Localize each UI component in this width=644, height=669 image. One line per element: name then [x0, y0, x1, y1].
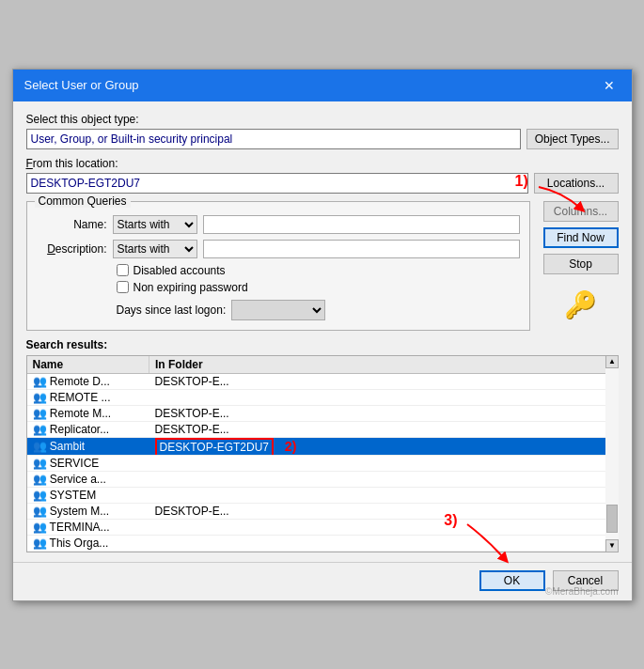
location-input[interactable]	[26, 173, 528, 194]
watermark: ©MeraBheja.com	[545, 586, 618, 597]
stop-button[interactable]: Stop	[543, 254, 619, 274]
cell-folder: DESKTOP-E...	[149, 373, 618, 389]
days-since-logon-row: Days since last logon:	[117, 300, 520, 320]
col-name[interactable]: Name	[27, 356, 149, 374]
disabled-accounts-checkbox[interactable]	[117, 264, 129, 276]
close-button[interactable]: ✕	[598, 77, 620, 94]
non-expiring-label: Non expiring password	[134, 281, 248, 294]
results-table: Name In Folder 👥 Remote D...DESKTOP-E...…	[27, 356, 618, 552]
cell-name: 👥 SERVICE	[27, 455, 149, 471]
table-row[interactable]: 👥 Remote M...DESKTOP-E...	[27, 405, 618, 421]
days-label: Days since last logon:	[117, 303, 227, 317]
table-row[interactable]: 👥 Remote D...DESKTOP-E...	[27, 373, 618, 389]
user-icon: 👥	[33, 423, 47, 436]
cell-name: 👥 Remote D...	[27, 373, 149, 389]
non-expiring-row: Non expiring password	[117, 281, 520, 294]
description-dropdown[interactable]: Starts with	[113, 240, 197, 258]
user-icon: 👥	[33, 391, 47, 404]
table-row[interactable]: 👥 Replicator...DESKTOP-E...	[27, 421, 618, 437]
name-dropdown[interactable]: Starts with	[113, 215, 197, 234]
table-row[interactable]: 👥 REMOTE ...	[27, 389, 618, 405]
cell-name: 👥 TERMINA...	[27, 519, 149, 535]
cell-name: 👥 This Orga...	[27, 535, 149, 551]
user-icon: 👥	[33, 537, 47, 550]
description-input[interactable]	[203, 240, 520, 258]
annotation-2: 2)	[281, 439, 296, 454]
user-icon: 👥	[33, 489, 47, 502]
object-types-button[interactable]: Object Types...	[526, 129, 619, 149]
description-row: Description: Starts with	[37, 240, 520, 258]
search-results-label: Search results:	[26, 338, 619, 351]
cell-name: 👥 SYSTEM	[27, 487, 149, 503]
cell-folder	[149, 455, 618, 471]
cell-folder: DESKTOP-EGT2DU7 2)	[149, 437, 618, 455]
cell-name: 👥 Sambit	[27, 437, 149, 455]
description-label: Description:	[37, 242, 107, 256]
common-queries-group: Common Queries Name: Starts with	[26, 201, 530, 331]
object-type-label: Select this object type:	[26, 113, 619, 126]
cell-folder: DESKTOP-E...	[149, 421, 618, 437]
user-icon: 👥	[33, 473, 47, 486]
results-container-wrap: Name In Folder 👥 Remote D...DESKTOP-E...…	[26, 355, 619, 552]
col-folder[interactable]: In Folder	[149, 356, 618, 374]
cell-name: 👥 REMOTE ...	[27, 389, 149, 405]
table-row[interactable]: 👥 TERMINA...	[27, 519, 618, 535]
name-row: Name: Starts with	[37, 215, 520, 234]
table-row[interactable]: 👥 SERVICE	[27, 455, 618, 471]
groupbox-content: Name: Starts with Description:	[37, 215, 520, 320]
keys-icon-area: 🔑	[543, 289, 619, 320]
scroll-thumb[interactable]	[606, 505, 618, 533]
non-expiring-checkbox[interactable]	[117, 281, 129, 293]
table-row[interactable]: 👥 SambitDESKTOP-EGT2DU7 2)	[27, 437, 618, 455]
find-now-button[interactable]: Find Now	[543, 227, 619, 248]
table-row[interactable]: 👥 This Orga...	[27, 535, 618, 551]
location-row: Locations...	[26, 173, 619, 194]
scroll-up-button[interactable]: ▲	[605, 355, 619, 368]
name-input[interactable]	[203, 215, 520, 234]
table-row[interactable]: 👥 SYSTEM	[27, 487, 618, 503]
common-queries-tab[interactable]: Common Queries	[35, 194, 131, 208]
locations-button[interactable]: Locations...	[534, 173, 619, 194]
days-dropdown[interactable]	[231, 300, 325, 320]
select-user-dialog: Select User or Group ✕ Select this objec…	[12, 69, 633, 601]
user-icon: 👥	[33, 440, 47, 453]
dialog-title: Select User or Group	[24, 78, 139, 92]
cell-folder	[149, 535, 618, 551]
cell-folder: DESKTOP-E...	[149, 405, 618, 421]
title-bar: Select User or Group ✕	[13, 70, 632, 101]
cell-name: 👥 Remote M...	[27, 405, 149, 421]
user-icon: 👥	[33, 457, 47, 470]
user-icon: 👥	[33, 505, 47, 518]
user-icon: 👥	[33, 375, 47, 388]
cell-folder	[149, 389, 618, 405]
table-row[interactable]: 👥 System M...DESKTOP-E...	[27, 503, 618, 519]
cell-folder	[149, 487, 618, 503]
scroll-down-button[interactable]: ▼	[605, 539, 619, 552]
location-label: From this location:	[26, 157, 619, 170]
user-icon: 👥	[33, 407, 47, 420]
cell-folder: DESKTOP-E...	[149, 503, 618, 519]
ok-button[interactable]: OK	[479, 570, 545, 591]
object-type-input[interactable]	[26, 129, 521, 149]
keys-icon: 🔑	[564, 289, 597, 320]
cell-name: 👥 Service a...	[27, 471, 149, 487]
name-label: Name:	[37, 218, 107, 231]
cell-folder	[149, 519, 618, 535]
scrollbar[interactable]: ▲ ▼	[605, 355, 619, 552]
object-type-row: Object Types...	[26, 129, 619, 149]
cell-folder	[149, 471, 618, 487]
dialog-body: Select this object type: Object Types...…	[13, 101, 632, 562]
disabled-accounts-row: Disabled accounts	[117, 264, 520, 277]
cell-name: 👥 System M...	[27, 503, 149, 519]
disabled-accounts-label: Disabled accounts	[134, 264, 226, 277]
results-table-container[interactable]: Name In Folder 👥 Remote D...DESKTOP-E...…	[26, 355, 619, 552]
table-row[interactable]: 👥 Service a...	[27, 471, 618, 487]
columns-button[interactable]: Columns...	[543, 201, 619, 222]
right-buttons-panel: 1) Columns... Find Now Stop 🔑	[543, 201, 619, 338]
cell-name: 👥 Replicator...	[27, 421, 149, 437]
bottom-buttons: 3) OK Cancel ©MeraBheja.com	[13, 562, 632, 600]
user-icon: 👥	[33, 521, 47, 534]
scroll-track	[605, 368, 619, 539]
